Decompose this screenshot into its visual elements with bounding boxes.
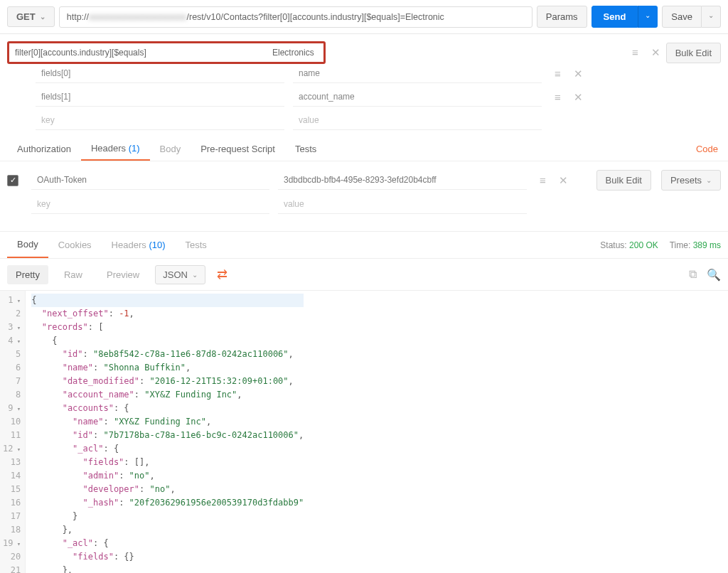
header-key-input[interactable]: OAuth-Token (31, 171, 269, 190)
response-tab-body[interactable]: Body (7, 232, 48, 258)
response-tab-headers[interactable]: Headers (10) (102, 232, 176, 257)
bulk-edit-headers-button[interactable]: Bulk Edit (596, 170, 651, 191)
drag-handle-icon[interactable]: ≡ (555, 91, 561, 104)
param-value-input[interactable]: account_name (293, 87, 542, 107)
param-value-input[interactable]: name (293, 64, 542, 83)
http-method-label: GET (16, 11, 36, 22)
tab-authorization[interactable]: Authorization (7, 138, 81, 160)
format-select[interactable]: JSON ⌄ (155, 265, 205, 284)
tab-body[interactable]: Body (150, 138, 191, 160)
view-raw[interactable]: Raw (55, 265, 91, 284)
param-key-input[interactable]: filter[0][accounts.industry][$equals] (9, 43, 258, 62)
header-key-input[interactable]: key (31, 195, 269, 214)
url-input[interactable]: http://xxxxxxxxxxxxxxxxxxxxxx/rest/v10/C… (59, 6, 532, 28)
header-enabled-checkbox[interactable]: ✓ (7, 175, 18, 186)
bulk-edit-button[interactable]: Bulk Edit (666, 43, 721, 63)
header-value-input[interactable]: value (278, 195, 527, 214)
delete-row-icon[interactable]: ✕ (559, 174, 568, 187)
param-value-input[interactable]: value (293, 111, 542, 130)
drag-handle-icon[interactable]: ≡ (632, 46, 638, 59)
chevron-down-icon: ⌄ (40, 13, 46, 21)
response-status: Status: 200 OK (600, 240, 658, 250)
chevron-down-icon: ⌄ (192, 271, 198, 279)
chevron-down-icon: ⌄ (706, 176, 712, 184)
response-time: Time: 389 ms (670, 240, 721, 250)
save-dropdown-button[interactable]: ⌄ (702, 6, 721, 28)
drag-handle-icon[interactable]: ≡ (540, 174, 546, 187)
param-key-input[interactable]: fields[0] (36, 64, 284, 83)
wrap-lines-icon[interactable]: ⇄ (213, 264, 232, 284)
save-button[interactable]: Save (662, 6, 702, 28)
response-tab-tests[interactable]: Tests (176, 232, 217, 257)
response-tab-cookies[interactable]: Cookies (48, 232, 102, 257)
send-dropdown-button[interactable]: ⌄ (638, 6, 658, 28)
tab-prerequest[interactable]: Pre-request Script (191, 138, 285, 160)
view-preview[interactable]: Preview (98, 265, 148, 284)
search-icon[interactable]: 🔍 (707, 268, 721, 282)
drag-handle-icon[interactable]: ≡ (555, 68, 561, 80)
param-value-input[interactable]: Electronics (267, 43, 323, 62)
params-button[interactable]: Params (537, 6, 587, 28)
param-key-input[interactable]: key (36, 111, 284, 130)
delete-row-icon[interactable]: ✕ (574, 91, 583, 104)
header-value-input[interactable]: 3dbdbcdb-bfb4-495e-8293-3efd20b4cbff (278, 171, 527, 190)
http-method-select[interactable]: GET ⌄ (7, 6, 55, 27)
code-link[interactable]: Code (693, 138, 721, 160)
delete-row-icon[interactable]: ✕ (651, 46, 660, 59)
tab-headers[interactable]: Headers (1) (81, 137, 150, 161)
copy-icon[interactable]: ⧉ (689, 268, 697, 282)
presets-button[interactable]: Presets ⌄ (661, 170, 721, 191)
delete-row-icon[interactable]: ✕ (574, 68, 583, 80)
tab-tests[interactable]: Tests (285, 138, 326, 160)
send-button[interactable]: Send (592, 6, 638, 28)
view-pretty[interactable]: Pretty (7, 265, 48, 284)
response-body-viewer[interactable]: 1234567891011121314151617181920212223242… (0, 290, 728, 573)
param-key-input[interactable]: fields[1] (36, 87, 284, 107)
param-row-highlighted: filter[0][accounts.industry][$equals] El… (7, 41, 326, 64)
